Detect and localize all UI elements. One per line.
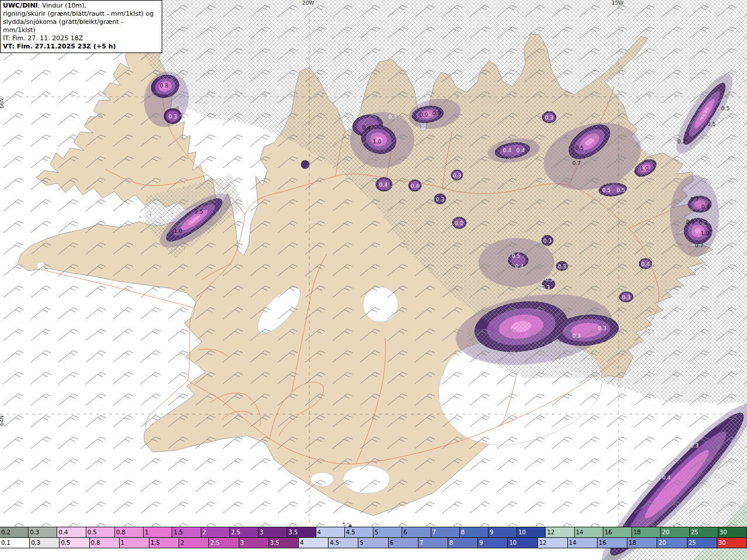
scale-cell: 0.8 [114, 527, 144, 538]
scale-cell: 18 [627, 537, 657, 548]
scale-cell-label: 9 [479, 538, 483, 548]
scale-cell: 25 [687, 537, 717, 548]
scale-cell-label: 0.5 [61, 538, 70, 548]
scale-cell: 1.5 [149, 537, 179, 548]
scale-cell: 7 [418, 537, 448, 548]
scale-cell-label: 6 [403, 528, 407, 537]
scale-cell: 0.4 [57, 527, 86, 538]
scale-cell-label: 18 [629, 538, 636, 548]
scale-cell-label: 18 [633, 528, 641, 537]
scale-cell: 0.8 [89, 537, 120, 548]
scale-cell-label: 12 [539, 538, 547, 548]
scale-cell: 4.5 [344, 527, 374, 538]
legend-valid-time: VT: Fim. 27.11.2025 23Z (+5 h) [3, 43, 158, 51]
scale-cell-label: 8 [461, 528, 465, 537]
scale-cell-label: 7 [420, 538, 423, 548]
legend-line-3: slydda/snjókoma (grátt/bleikt/grænt - mm… [3, 18, 158, 34]
scale-cell: 7 [431, 527, 460, 538]
scale-cell-label: 8 [449, 538, 453, 548]
scale-cell: 4 [298, 537, 329, 548]
scale-cell-label: 7 [432, 528, 436, 537]
scale-cell-label: 25 [689, 538, 696, 548]
scale-cell-label: 1 [121, 538, 124, 548]
scale-cell-label: 3 [240, 538, 244, 548]
scale-cell: 9 [488, 527, 517, 538]
scale-cell: 8 [448, 537, 478, 548]
scale-cell: 16 [603, 527, 632, 538]
scale-cell: 20 [660, 527, 689, 538]
scale-cell-label: 1.5 [151, 538, 160, 548]
scale-cell-label: 1 [145, 528, 148, 537]
scale-cell: 30 [717, 537, 747, 548]
scale-cell-label: 5 [359, 538, 363, 548]
scale-cell-label: 16 [605, 528, 612, 537]
scale-cell: 2.5 [208, 537, 239, 548]
lat-label-66n: 66N [0, 98, 5, 108]
scale-cell-label: 4.5 [346, 528, 355, 537]
scale-cell-label: 2.5 [210, 538, 219, 548]
legend-line-2: rigning/skúrir (grænt/blátt/rautt - mm/1… [3, 10, 158, 18]
scale-cell: 1 [119, 537, 149, 548]
scale-cell: 6 [402, 527, 431, 538]
scale-cell: 12 [545, 527, 574, 538]
scale-cell-label: 0.1 [1, 538, 11, 548]
scale-cell: 2 [201, 527, 230, 538]
scale-cell: 0.3 [28, 527, 57, 538]
scale-cell-label: 0.5 [88, 528, 97, 537]
scale-cell: 6 [388, 537, 418, 548]
scale-cell-label: 20 [658, 538, 666, 548]
sleet-snow-scale-bar: 0.20.30.40.50.811.522.533.544.5567891012… [0, 527, 747, 538]
scale-cell: 4.5 [328, 537, 358, 548]
scale-cell-label: 14 [569, 538, 577, 548]
scale-cell-label: 10 [509, 538, 516, 548]
scale-cell: 18 [631, 527, 661, 538]
scale-cell: 0.2 [0, 527, 29, 538]
scale-cell-label: 1.5 [173, 528, 183, 537]
legend-line-1: UWC/DINI: Vindur (10m), [3, 2, 158, 10]
scale-cell: 14 [567, 537, 598, 548]
scale-cell: 30 [718, 527, 747, 538]
scale-cell: 12 [537, 537, 568, 548]
scale-cell-label: 12 [547, 528, 554, 537]
scale-cell: 3.5 [287, 527, 316, 538]
scale-cell: 2.5 [229, 527, 259, 538]
scale-cell-label: 4 [317, 528, 321, 537]
wind-barbs-overlay [0, 0, 747, 526]
scale-cell: 3.5 [268, 537, 299, 548]
scale-cell-label: 2 [180, 538, 184, 548]
scale-cell-label: 25 [691, 528, 699, 537]
scale-cell: 0.5 [59, 537, 89, 548]
scale-cell-label: 30 [720, 528, 727, 537]
scale-cell-label: 0.8 [116, 528, 125, 537]
lat-label-64n: 64N [0, 415, 5, 426]
scale-cell: 0.1 [0, 537, 30, 548]
scale-cell-label: 20 [662, 528, 669, 537]
map-canvas: 0.80.32.51.00.40.31.00.90.90.40.40.30.30… [0, 0, 747, 560]
legend-box: UWC/DINI: Vindur (10m), rigning/skúrir (… [0, 0, 162, 53]
scale-cell: 10 [507, 537, 537, 548]
scale-cell: 9 [477, 537, 508, 548]
scale-cell: 5 [358, 537, 388, 548]
legend-init-time: IT: Fim. 27. 11. 2025 18Z [3, 34, 158, 43]
scale-cell: 8 [459, 527, 488, 538]
scale-cell: 14 [574, 527, 603, 538]
scale-cell: 3 [258, 527, 287, 538]
scale-cell: 20 [657, 537, 687, 548]
scale-cell-label: 0.8 [91, 538, 100, 548]
scale-cell: 0.3 [29, 537, 60, 548]
scale-cell-label: 30 [718, 538, 726, 548]
scale-cell: 0.5 [86, 527, 115, 538]
scale-cell: 10 [516, 527, 546, 538]
scale-cell: 16 [597, 537, 627, 548]
scale-cell-label: 0.4 [58, 528, 68, 537]
scale-cell-label: 3 [260, 528, 263, 537]
scale-cell: 1 [143, 527, 172, 538]
scale-cell-label: 5 [375, 528, 378, 537]
scale-cell: 25 [689, 527, 718, 538]
scale-cell-label: 16 [599, 538, 606, 548]
scale-cell-label: 3.5 [288, 528, 298, 537]
weather-map: 0.80.32.51.00.40.31.00.90.90.40.40.30.30… [0, 0, 747, 560]
scale-cell: 5 [373, 527, 402, 538]
scale-cell: 2 [179, 537, 209, 548]
lon-label-15w: 15W [612, 0, 623, 6]
